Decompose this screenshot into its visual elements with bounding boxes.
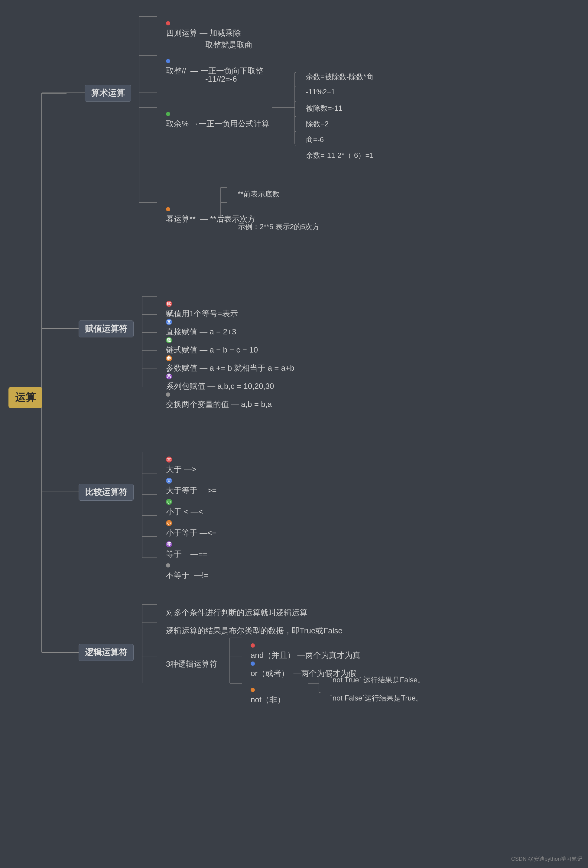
- dot-num-red-c0: 大: [166, 456, 172, 462]
- level1-assign: 赋值运算符: [78, 320, 134, 337]
- arith-modulo-6: 余数=-11-2*（-6）=1: [298, 142, 374, 169]
- compare-item-5: 不等于 —!=: [157, 551, 208, 590]
- dot-num-green: 链: [166, 337, 172, 343]
- logic-not-2: `not False`运行结果是True。: [322, 685, 423, 712]
- dot-orange-3: [166, 207, 170, 211]
- level1-logic: 逻辑运算符: [78, 644, 134, 661]
- arith-power-ex: 示例：2**5 表示2的5次方: [230, 213, 319, 240]
- dot-red-0: [166, 21, 170, 25]
- dot-green-2: [166, 112, 170, 116]
- dot-num-orange: 参: [166, 355, 172, 361]
- dot-gray-5: [166, 393, 170, 397]
- dot-blue-or: [251, 661, 255, 666]
- dot-num-blue-c1: 大: [166, 478, 172, 484]
- watermark: CSDN @安迪python学习笔记: [511, 855, 582, 862]
- dot-red-and: [251, 644, 255, 648]
- dot-num-purple: 系: [166, 373, 172, 379]
- assign-item-5: 交换两个变量的值 — a,b = b,a: [157, 380, 272, 419]
- dot-blue-1: [166, 59, 170, 63]
- arith-power-pre: **前表示底数: [230, 181, 280, 207]
- dot-gray-c5: [166, 563, 170, 567]
- dot-num-red: 赋: [166, 301, 172, 307]
- logic-3kinds: 3种逻辑运算符: [157, 650, 217, 679]
- level1-arithmetic: 算术运算: [85, 85, 131, 102]
- arith-item-floor-ex: -11//2=-6: [196, 65, 237, 93]
- dot-orange-not: [251, 688, 255, 692]
- dot-num-green-c2: 小: [166, 499, 172, 505]
- mind-map: 运算 算术运算 赋值运算符 比较运算符 逻辑运算符 四则运算 — 加减乘除 取整…: [0, 0, 588, 868]
- level1-compare: 比较运算符: [78, 484, 134, 500]
- connecting-lines: [0, 0, 588, 868]
- arith-item-2: 取余% →一正一负用公式计算: [157, 100, 269, 139]
- dot-num-orange-c3: 小: [166, 520, 172, 526]
- logic-not: not（非）: [242, 676, 285, 714]
- root-node: 运算: [9, 387, 42, 408]
- dot-num-purple-c4: 等: [166, 541, 172, 547]
- dot-num-blue: 直: [166, 319, 172, 325]
